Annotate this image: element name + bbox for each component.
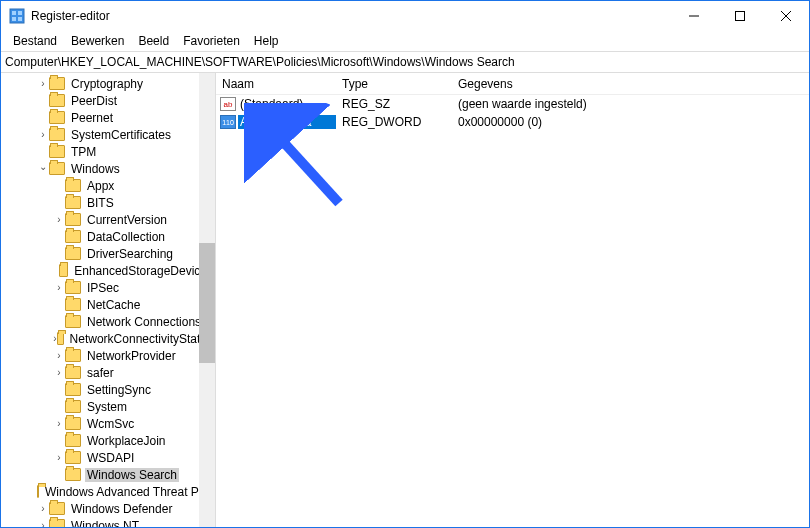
menu-help[interactable]: Help xyxy=(248,32,285,50)
tree-node[interactable]: ›WSDAPI xyxy=(1,449,215,466)
menu-bestand[interactable]: Bestand xyxy=(7,32,63,50)
maximize-button[interactable] xyxy=(717,1,763,31)
address-path: Computer\HKEY_LOCAL_MACHINE\SOFTWARE\Pol… xyxy=(5,55,515,69)
tree-node-label: Cryptography xyxy=(69,77,145,91)
list-row[interactable]: ab(Standaard)REG_SZ(geen waarde ingestel… xyxy=(216,95,809,113)
value-data: 0x00000000 (0) xyxy=(452,115,809,129)
folder-icon xyxy=(65,349,81,362)
list-row[interactable]: 110AllowCortanaREG_DWORD0x00000000 (0) xyxy=(216,113,809,131)
folder-icon xyxy=(49,111,65,124)
tree-node-label: TPM xyxy=(69,145,98,159)
tree-node[interactable]: PeerDist xyxy=(1,92,215,109)
folder-icon xyxy=(37,485,39,498)
tree-node-label: IPSec xyxy=(85,281,121,295)
folder-icon xyxy=(65,451,81,464)
folder-icon xyxy=(65,179,81,192)
tree-node[interactable]: EnhancedStorageDevices xyxy=(1,262,215,279)
folder-icon xyxy=(65,298,81,311)
tree-node-label: NetCache xyxy=(85,298,142,312)
svg-rect-2 xyxy=(18,11,22,15)
folder-icon xyxy=(49,502,65,515)
tree-node[interactable]: ›WcmSvc xyxy=(1,415,215,432)
tree-node[interactable]: Windows Advanced Threat Protection xyxy=(1,483,215,500)
tree-scrollbar[interactable] xyxy=(199,73,215,527)
titlebar: Register-editor xyxy=(1,1,809,31)
column-type[interactable]: Type xyxy=(336,77,452,91)
tree-node-label: Windows NT xyxy=(69,519,141,528)
expander-icon[interactable]: › xyxy=(53,364,65,381)
folder-icon xyxy=(65,230,81,243)
expander-icon[interactable]: › xyxy=(53,347,65,364)
tree-node[interactable]: Appx xyxy=(1,177,215,194)
tree-node[interactable]: DriverSearching xyxy=(1,245,215,262)
svg-rect-1 xyxy=(12,11,16,15)
expander-icon[interactable]: › xyxy=(37,500,49,517)
tree-node-label: WSDAPI xyxy=(85,451,136,465)
expander-icon[interactable]: › xyxy=(37,126,49,143)
tree-node-label: Network Connections xyxy=(85,315,203,329)
tree-node[interactable]: ›NetworkProvider xyxy=(1,347,215,364)
folder-icon xyxy=(65,400,81,413)
tree-node[interactable]: System xyxy=(1,398,215,415)
tree-node[interactable]: ›CurrentVersion xyxy=(1,211,215,228)
tree-node[interactable]: ›safer xyxy=(1,364,215,381)
folder-icon xyxy=(49,94,65,107)
minimize-button[interactable] xyxy=(671,1,717,31)
tree-node[interactable]: BITS xyxy=(1,194,215,211)
column-name[interactable]: Naam xyxy=(216,77,336,91)
tree-node[interactable]: Peernet xyxy=(1,109,215,126)
folder-icon xyxy=(59,264,68,277)
expander-icon[interactable]: › xyxy=(53,449,65,466)
tree-node[interactable]: TPM xyxy=(1,143,215,160)
tree-node[interactable]: ›SystemCertificates xyxy=(1,126,215,143)
value-data: (geen waarde ingesteld) xyxy=(452,97,809,111)
tree-node-label: WorkplaceJoin xyxy=(85,434,167,448)
expander-icon[interactable]: ⌄ xyxy=(37,158,49,175)
tree-node-label: safer xyxy=(85,366,116,380)
svg-rect-4 xyxy=(18,17,22,21)
list-header: Naam Type Gegevens xyxy=(216,73,809,95)
tree-node[interactable]: WorkplaceJoin xyxy=(1,432,215,449)
tree-node[interactable]: SettingSync xyxy=(1,381,215,398)
value-name: (Standaard) xyxy=(238,97,336,111)
tree-node[interactable]: DataCollection xyxy=(1,228,215,245)
tree-node[interactable]: ›NetworkConnectivityStatus xyxy=(1,330,215,347)
menubar: Bestand Bewerken Beeld Favorieten Help xyxy=(1,31,809,51)
value-type: REG_DWORD xyxy=(336,115,452,129)
tree-node-label: WcmSvc xyxy=(85,417,136,431)
expander-icon[interactable]: › xyxy=(37,517,49,527)
tree-node[interactable]: ›Cryptography xyxy=(1,75,215,92)
folder-icon xyxy=(65,366,81,379)
address-bar[interactable]: Computer\HKEY_LOCAL_MACHINE\SOFTWARE\Pol… xyxy=(1,51,809,73)
list-pane[interactable]: Naam Type Gegevens ab(Standaard)REG_SZ(g… xyxy=(216,73,809,527)
tree-node-label: DataCollection xyxy=(85,230,167,244)
expander-icon[interactable]: › xyxy=(53,415,65,432)
tree-node[interactable]: ⌄Windows xyxy=(1,160,215,177)
tree-node[interactable]: NetCache xyxy=(1,296,215,313)
tree-node-label: Windows Search xyxy=(85,468,179,482)
tree-node[interactable]: ›IPSec xyxy=(1,279,215,296)
expander-icon[interactable]: › xyxy=(53,279,65,296)
tree-pane[interactable]: ›CryptographyPeerDistPeernet›SystemCerti… xyxy=(1,73,216,527)
svg-rect-6 xyxy=(736,12,745,21)
menu-beeld[interactable]: Beeld xyxy=(132,32,175,50)
tree-node-label: NetworkProvider xyxy=(85,349,178,363)
folder-icon xyxy=(65,213,81,226)
tree-node[interactable]: Network Connections xyxy=(1,313,215,330)
menu-bewerken[interactable]: Bewerken xyxy=(65,32,130,50)
menu-favorieten[interactable]: Favorieten xyxy=(177,32,246,50)
tree-node-label: Windows Advanced Threat Protection xyxy=(43,485,216,499)
column-data[interactable]: Gegevens xyxy=(452,77,809,91)
tree-node-label: CurrentVersion xyxy=(85,213,169,227)
expander-icon[interactable]: › xyxy=(53,211,65,228)
tree-node[interactable]: ›Windows NT xyxy=(1,517,215,527)
expander-icon[interactable]: › xyxy=(37,75,49,92)
tree-node[interactable]: Windows Search xyxy=(1,466,215,483)
window-title: Register-editor xyxy=(31,9,671,23)
string-value-icon: ab xyxy=(220,97,236,111)
folder-icon xyxy=(65,468,81,481)
close-button[interactable] xyxy=(763,1,809,31)
scrollbar-thumb[interactable] xyxy=(199,243,215,363)
tree-node[interactable]: ›Windows Defender xyxy=(1,500,215,517)
value-type: REG_SZ xyxy=(336,97,452,111)
